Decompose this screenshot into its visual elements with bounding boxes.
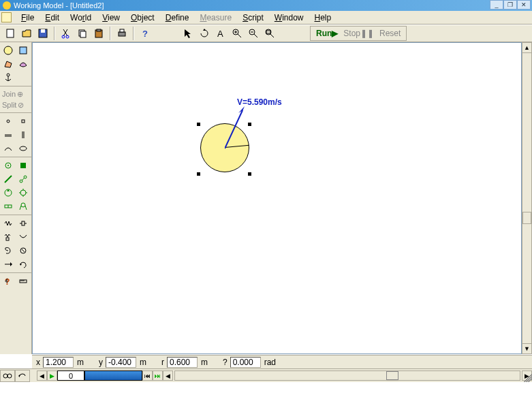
torque-icon[interactable]	[16, 257, 31, 271]
x-value[interactable]: 1.200	[43, 357, 74, 368]
circle-tool-icon[interactable]	[1, 44, 16, 57]
menu-edit[interactable]: Edit	[40, 12, 65, 24]
scroll-down-icon[interactable]: ▼	[522, 343, 531, 353]
svg-text:?: ?	[142, 29, 148, 39]
paste-button[interactable]	[91, 26, 106, 41]
menu-object[interactable]: Object	[125, 12, 160, 24]
curve-slot-icon[interactable]	[1, 142, 16, 155]
menu-script[interactable]: Script	[237, 12, 269, 24]
restore-button[interactable]: ❐	[503, 0, 517, 10]
pin-joint-icon[interactable]	[1, 159, 16, 172]
save-button[interactable]	[35, 26, 50, 41]
hscroll-left-icon[interactable]: ◀	[163, 370, 173, 381]
new-button[interactable]	[3, 26, 18, 41]
scroll-thumb[interactable]	[522, 212, 531, 224]
r-unit: m	[201, 358, 208, 367]
spring-icon[interactable]	[1, 217, 16, 230]
split-button[interactable]: Split⊘	[2, 99, 29, 110]
rotational-spring-icon[interactable]	[1, 244, 16, 257]
zoom-out-icon[interactable]	[246, 26, 261, 41]
y-value[interactable]: -0.400	[106, 357, 136, 368]
separator-constraint-icon[interactable]	[16, 172, 31, 186]
help-button[interactable]: ?	[138, 26, 153, 41]
slot-tool-icon[interactable]	[1, 128, 16, 142]
r-label: r	[161, 358, 164, 367]
help-tool-icon[interactable]: ?	[1, 274, 16, 288]
canvas-area[interactable]: V=5.590m/s	[32, 42, 522, 354]
square-tool-icon[interactable]	[16, 44, 31, 57]
menu-help[interactable]: Help	[309, 12, 337, 24]
y-label: y	[99, 358, 103, 367]
polygon-tool-icon[interactable]	[1, 57, 16, 71]
menu-world[interactable]: World	[65, 12, 97, 24]
point-tool-icon[interactable]	[1, 114, 16, 128]
hscroll-thumb[interactable]	[386, 371, 398, 380]
rod-icon[interactable]	[1, 172, 16, 186]
x-unit: m	[77, 358, 84, 367]
selection-handle[interactable]	[197, 123, 200, 126]
square-point-tool-icon[interactable]	[16, 114, 31, 128]
step-fwd-icon[interactable]: ⏭	[153, 370, 163, 381]
zoom-in-icon[interactable]	[230, 26, 245, 41]
curved-tool-icon[interactable]	[16, 57, 31, 71]
rigid-joint-icon[interactable]	[16, 159, 31, 172]
tape-rewind-icon[interactable]	[0, 370, 15, 382]
damper-icon[interactable]	[16, 217, 31, 230]
closed-slot-icon[interactable]	[16, 142, 31, 155]
measure-tool-icon[interactable]	[16, 274, 31, 288]
play-icon[interactable]: ▶	[47, 370, 57, 381]
actuator-icon[interactable]	[1, 200, 16, 213]
app-icon	[3, 1, 11, 10]
open-button[interactable]	[19, 26, 34, 41]
rotational-damper-icon[interactable]	[16, 244, 31, 257]
r-value[interactable]: 0.600	[167, 357, 198, 368]
minimize-button[interactable]: _	[490, 0, 503, 10]
svg-text:A: A	[217, 29, 223, 39]
pulley-icon[interactable]	[16, 200, 31, 213]
text-tool-icon[interactable]: A	[213, 26, 228, 41]
selection-handle[interactable]	[248, 172, 251, 176]
run-button[interactable]: Run▶	[316, 29, 338, 38]
join-button[interactable]: Join⊕	[2, 89, 29, 99]
rope-icon[interactable]	[16, 230, 31, 244]
angle-value[interactable]: 0.000	[230, 357, 261, 368]
svg-line-60	[225, 110, 242, 148]
force-icon[interactable]	[1, 257, 16, 271]
step-start-icon[interactable]: ⏮	[142, 370, 153, 381]
progress-bar[interactable]	[84, 370, 142, 381]
menu-view[interactable]: View	[97, 12, 125, 24]
svg-rect-36	[20, 163, 26, 168]
svg-rect-8	[97, 29, 101, 31]
scroll-up-icon[interactable]: ▲	[522, 43, 531, 53]
cut-button[interactable]	[59, 26, 74, 41]
menu-file[interactable]: File	[16, 12, 40, 24]
horizontal-scrollbar[interactable]	[174, 370, 520, 381]
menu-define[interactable]: Define	[160, 12, 195, 24]
vslot-tool-icon[interactable]	[16, 128, 31, 142]
frame-counter[interactable]: 0	[57, 370, 84, 381]
canvas[interactable]: V=5.590m/s	[33, 43, 521, 353]
anchor-tool-icon[interactable]	[1, 71, 16, 84]
zoom-fit-icon[interactable]	[262, 26, 277, 41]
svg-point-25	[7, 74, 10, 76]
copy-button[interactable]	[75, 26, 90, 41]
reset-button[interactable]: Reset	[379, 29, 401, 38]
loop-icon[interactable]	[15, 370, 30, 382]
motor-icon[interactable]	[1, 186, 16, 200]
stop-button[interactable]: Stop❚❚	[343, 29, 374, 38]
gear-icon[interactable]	[16, 186, 31, 200]
step-back-icon[interactable]: ◀	[37, 370, 47, 381]
close-button[interactable]: ✕	[517, 0, 531, 10]
resize-grip[interactable]	[522, 372, 532, 382]
menu-window[interactable]: Window	[269, 12, 309, 24]
velocity-vector[interactable]	[225, 106, 252, 151]
split-icon: ⊘	[18, 101, 24, 110]
rotate-tool-icon[interactable]	[197, 26, 212, 41]
shape-tools	[0, 42, 31, 86]
spring-damper-icon[interactable]	[1, 230, 16, 244]
join-icon: ⊕	[17, 90, 23, 99]
vertical-scrollbar[interactable]: ▲ ▼	[522, 42, 532, 354]
selection-handle[interactable]	[197, 172, 200, 176]
pointer-tool-icon[interactable]	[181, 26, 195, 41]
print-button[interactable]	[114, 26, 129, 41]
